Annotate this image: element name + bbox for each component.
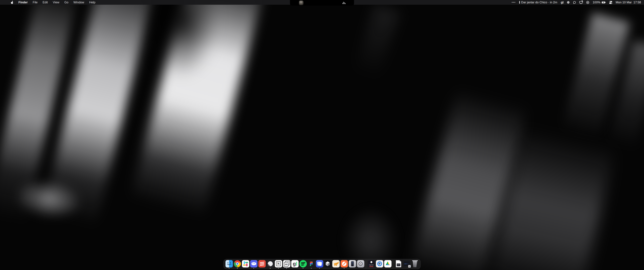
figma-icon: [308, 260, 315, 267]
reminder-text: Dar jantar do Chico · in 2m: [521, 1, 557, 4]
dock-item-slack[interactable]: [242, 260, 250, 269]
apple-menu-icon[interactable]: [11, 1, 14, 4]
dock-item-todoist[interactable]: [258, 260, 266, 269]
trash-icon: [411, 260, 418, 267]
dock-item-1password[interactable]: [376, 260, 384, 269]
onepassword-menubar-icon[interactable]: [586, 1, 589, 4]
audio-visualizer-icon: [342, 2, 346, 4]
notch: [290, 0, 354, 6]
postman-icon: [340, 260, 348, 267]
running-indicator: [311, 268, 312, 269]
dock-item-spline-3d[interactable]: [324, 260, 332, 269]
spline-3d-icon: [324, 260, 332, 267]
battery-percent-label: 100%: [593, 1, 600, 4]
pick-shape-icon[interactable]: [573, 1, 576, 4]
dock-item-linear[interactable]: [266, 260, 274, 269]
menu-item-finder[interactable]: Finder: [18, 1, 28, 4]
menu-item-view[interactable]: View: [53, 1, 59, 4]
granola-icon: g: [291, 260, 298, 267]
dock-item-chrome[interactable]: [233, 260, 242, 269]
dock-item-raycast[interactable]: raycast: [367, 260, 376, 269]
battery-status-item[interactable]: 100%: [593, 1, 606, 4]
wallpaper: [0, 0, 644, 270]
menu-item-file[interactable]: File: [33, 1, 38, 4]
running-indicator: [344, 268, 345, 269]
notion-calendar-icon: 10: [283, 260, 290, 267]
dock-item-system-settings[interactable]: ⚙: [356, 260, 365, 269]
menu-item-edit[interactable]: Edit: [42, 1, 48, 4]
running-indicator: [319, 268, 320, 269]
running-indicator: [254, 268, 254, 269]
reminder-bar-icon: [519, 1, 520, 4]
running-indicator: [278, 268, 279, 269]
discord-icon: [250, 260, 258, 267]
linear-icon: [266, 260, 274, 267]
dock-item-finder[interactable]: [225, 260, 233, 269]
granola-cursor-icon: [563, 1, 563, 4]
menu-bar-clock[interactable]: Mon 10 Mar 17:58: [616, 1, 641, 4]
dock-item-trash[interactable]: [411, 260, 419, 269]
dock-item-figma[interactable]: [307, 260, 316, 269]
running-indicator: [229, 268, 230, 269]
google-drive-icon: [384, 260, 392, 267]
dock-item-iphone-mirroring[interactable]: [348, 260, 356, 269]
dock: N10g⚙raycast10: [224, 259, 421, 269]
dock-item-granola[interactable]: g: [291, 260, 299, 269]
status-overflow-icon[interactable]: •••: [512, 1, 516, 4]
menu-bar-left: FinderFileEditViewGoWindowHelp: [0, 1, 96, 4]
granola-glyph: g: [561, 1, 563, 4]
todoist-icon: [258, 260, 266, 267]
system-settings-icon: ⚙: [357, 260, 364, 267]
dock-separator: [393, 260, 393, 268]
dock-item-paste[interactable]: [316, 260, 324, 269]
running-indicator: [237, 268, 238, 269]
granola-menubar-icon[interactable]: g: [561, 1, 563, 4]
1password-icon: [376, 260, 383, 267]
dock-item-notion-calendar[interactable]: 10: [282, 260, 291, 269]
desktop[interactable]: FinderFileEditViewGoWindowHelp ••• Dar j…: [0, 0, 644, 270]
now-playing-album-art[interactable]: [299, 1, 304, 5]
spotify-icon: [299, 260, 307, 267]
app-menus: FinderFileEditViewGoWindowHelp: [18, 1, 96, 4]
dock-item-google-drive[interactable]: [384, 260, 392, 269]
slack-icon: [242, 260, 249, 267]
dock-item-spotify[interactable]: [299, 260, 307, 269]
menu-item-help[interactable]: Help: [89, 1, 96, 4]
finder-icon: [226, 260, 233, 267]
dock-item-minimized-window[interactable]: 10: [403, 260, 411, 269]
menu-item-go[interactable]: Go: [64, 1, 68, 4]
flower-asterisk-icon[interactable]: [567, 1, 570, 4]
reminder-status-item[interactable]: Dar jantar do Chico · in 2m: [519, 1, 557, 4]
menu-item-window[interactable]: Window: [74, 1, 84, 4]
running-indicator: [286, 268, 287, 269]
iphone-mirroring-icon: [349, 260, 356, 267]
menu-bar-status: ••• Dar jantar do Chico · in 2m g: [512, 1, 644, 4]
dock-item-postico[interactable]: [332, 260, 340, 269]
running-indicator: [303, 268, 304, 269]
running-indicator: [270, 268, 271, 269]
control-center-icon[interactable]: [609, 1, 612, 4]
notion-icon: N: [275, 260, 282, 267]
battery-icon: [602, 1, 606, 4]
paste-icon: [316, 260, 323, 267]
raycast-icon: raycast: [368, 260, 375, 267]
dock-item-discord[interactable]: [250, 260, 258, 269]
dock-item-document-file[interactable]: [394, 260, 403, 269]
date-label: Mon 10 Mar: [616, 1, 632, 4]
minimized-window-icon: 10: [403, 260, 410, 267]
display-status-icon[interactable]: [579, 1, 583, 4]
postico-icon: [332, 260, 340, 267]
time-label: 17:58: [634, 1, 641, 4]
dock-item-postman[interactable]: [340, 260, 348, 269]
document-file-icon: [395, 260, 402, 267]
dock-item-notion[interactable]: N: [274, 260, 282, 269]
chrome-icon: [234, 260, 241, 267]
